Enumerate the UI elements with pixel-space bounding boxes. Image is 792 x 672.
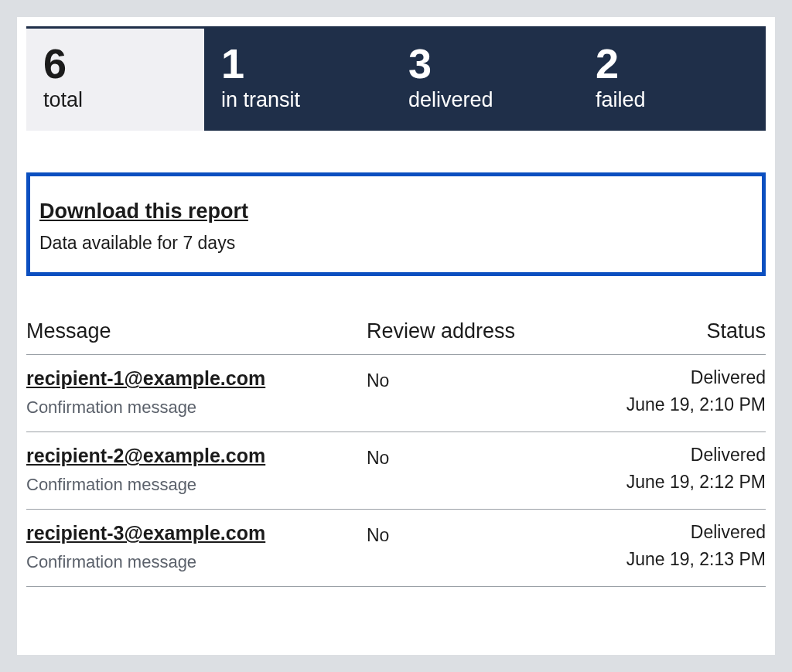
stat-label: failed xyxy=(596,88,749,112)
recipient-email-link[interactable]: recipient-3@example.com xyxy=(26,522,265,544)
column-header-review: Review address xyxy=(367,319,580,343)
table-row: recipient-3@example.com Confirmation mes… xyxy=(26,510,766,587)
status-value: Delivered xyxy=(580,445,766,466)
stat-label: total xyxy=(43,88,187,112)
stat-tile-delivered[interactable]: 3 delivered xyxy=(391,26,579,131)
stat-label: delivered xyxy=(408,88,562,112)
status-timestamp: June 19, 2:10 PM xyxy=(580,394,766,415)
review-address-value: No xyxy=(367,445,580,469)
stat-label: in transit xyxy=(221,88,374,112)
message-subtitle: Confirmation message xyxy=(26,552,367,572)
status-timestamp: June 19, 2:12 PM xyxy=(580,472,766,493)
stat-tile-in-transit[interactable]: 1 in transit xyxy=(204,26,391,131)
status-value: Delivered xyxy=(580,367,766,388)
recipient-email-link[interactable]: recipient-2@example.com xyxy=(26,445,265,466)
table-row: recipient-1@example.com Confirmation mes… xyxy=(26,355,766,432)
message-subtitle: Confirmation message xyxy=(26,397,367,418)
download-report-link[interactable]: Download this report xyxy=(39,200,248,223)
message-subtitle: Confirmation message xyxy=(26,475,367,495)
review-address-value: No xyxy=(367,367,580,391)
status-timestamp: June 19, 2:13 PM xyxy=(580,549,766,570)
report-card: 6 total 1 in transit 3 delivered 2 faile… xyxy=(17,17,775,655)
stat-tile-failed[interactable]: 2 failed xyxy=(579,26,766,131)
stat-value: 3 xyxy=(408,41,562,87)
table-row: recipient-2@example.com Confirmation mes… xyxy=(26,432,766,510)
download-note: Data available for 7 days xyxy=(39,233,753,254)
download-box: Download this report Data available for … xyxy=(26,172,766,276)
stat-value: 1 xyxy=(221,41,374,87)
column-header-message: Message xyxy=(26,319,367,343)
stat-value: 2 xyxy=(596,41,749,87)
recipient-email-link[interactable]: recipient-1@example.com xyxy=(26,367,265,389)
table-header-row: Message Review address Status xyxy=(26,319,766,355)
stats-row: 6 total 1 in transit 3 delivered 2 faile… xyxy=(26,26,766,131)
stat-tile-total[interactable]: 6 total xyxy=(26,26,204,131)
status-value: Delivered xyxy=(580,522,766,543)
review-address-value: No xyxy=(367,522,580,546)
stat-value: 6 xyxy=(43,41,187,87)
messages-table: Message Review address Status recipient-… xyxy=(26,319,766,587)
column-header-status: Status xyxy=(580,319,766,343)
